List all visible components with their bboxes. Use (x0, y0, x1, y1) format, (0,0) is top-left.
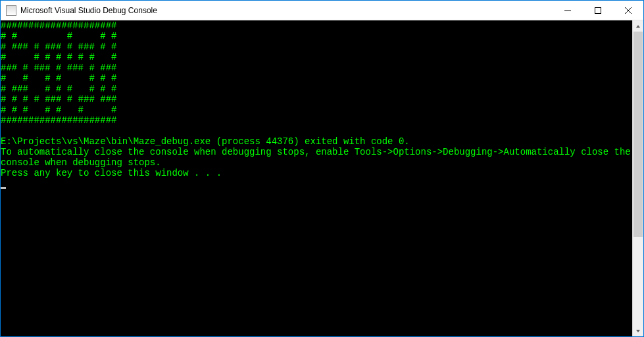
scroll-down-arrow-icon[interactable] (633, 325, 643, 336)
svg-rect-1 (595, 7, 601, 13)
scrollbar-thumb[interactable] (633, 32, 643, 237)
maximize-button[interactable] (583, 1, 613, 20)
maze-row: # ### # # # # # # (1, 84, 116, 94)
maze-row: # # # # # # # # (1, 52, 116, 63)
scroll-up-arrow-icon[interactable] (633, 20, 643, 32)
press-key-message: Press any key to close this window . . . (1, 168, 222, 178)
console-area: ##################### # # # # # # ### # … (1, 20, 643, 336)
maze-row: ##################### (1, 115, 116, 126)
vertical-scrollbar[interactable] (632, 20, 643, 336)
app-icon (6, 5, 16, 16)
cursor (1, 187, 6, 189)
console-output[interactable]: ##################### # # # # # # ### # … (1, 20, 632, 336)
scrollbar-track[interactable] (633, 32, 643, 325)
titlebar: Microsoft Visual Studio Debug Console (1, 1, 643, 20)
maze-row: # # # # ### # ### ### (1, 94, 116, 105)
maze-row: # # # # # # # (1, 105, 116, 115)
close-button[interactable] (613, 1, 643, 20)
maze-row: ##################### (1, 20, 116, 31)
maze-row: # # # # # # # (1, 73, 116, 84)
window-title: Microsoft Visual Studio Debug Console (20, 6, 553, 15)
maze-row: ### # ### # ### # ### (1, 63, 116, 73)
exit-message: E:\Projects\vs\Maze\bin\Maze_debug.exe (… (1, 136, 410, 147)
window-controls (553, 1, 643, 20)
maze-row: # ### # ### # ### # # (1, 41, 116, 52)
hint-message: To automatically close the console when … (1, 147, 632, 168)
maze-row: # # # # # (1, 31, 116, 41)
minimize-button[interactable] (553, 1, 583, 20)
